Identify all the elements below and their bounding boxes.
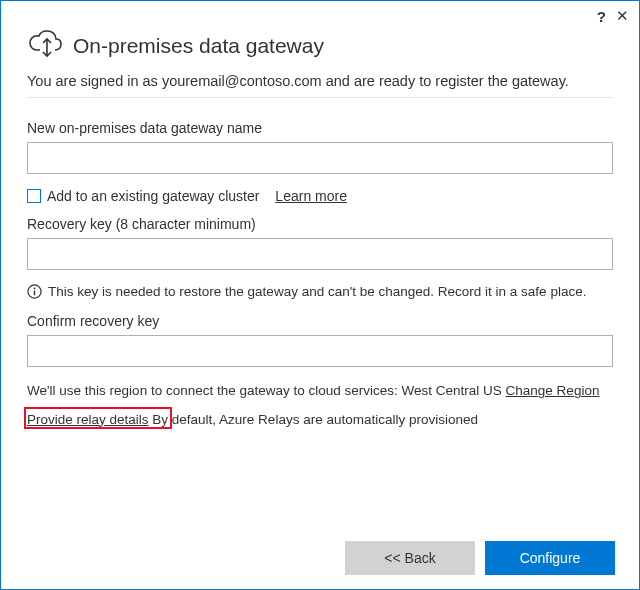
gateway-dialog: ? ✕ On-premises data gateway You are sig… — [0, 0, 640, 590]
change-region-link[interactable]: Change Region — [506, 383, 600, 398]
info-icon — [27, 284, 42, 299]
recovery-info-text: This key is needed to restore the gatewa… — [48, 284, 586, 299]
confirm-key-input[interactable] — [27, 335, 613, 367]
help-icon[interactable]: ? — [597, 8, 606, 25]
signed-in-text: You are signed in as youremail@contoso.c… — [27, 71, 613, 91]
dialog-title: On-premises data gateway — [73, 34, 324, 58]
provide-relay-link[interactable]: Provide relay details — [27, 412, 149, 427]
learn-more-link[interactable]: Learn more — [275, 188, 347, 204]
titlebar: ? ✕ — [1, 1, 639, 25]
cloud-upload-icon — [27, 29, 63, 63]
confirm-key-label: Confirm recovery key — [27, 313, 613, 329]
relay-row: Provide relay details By default, Azure … — [27, 410, 613, 430]
add-cluster-checkbox[interactable] — [27, 189, 41, 203]
region-name: West Central US — [402, 383, 502, 398]
gateway-name-input[interactable] — [27, 142, 613, 174]
region-row: We'll use this region to connect the gat… — [27, 381, 613, 401]
svg-point-2 — [34, 288, 36, 290]
recovery-key-input[interactable] — [27, 238, 613, 270]
close-icon[interactable]: ✕ — [616, 7, 629, 25]
add-cluster-label: Add to an existing gateway cluster — [47, 188, 259, 204]
gateway-name-label: New on-premises data gateway name — [27, 120, 613, 136]
region-prefix: We'll use this region to connect the gat… — [27, 383, 402, 398]
back-button[interactable]: << Back — [345, 541, 475, 575]
dialog-header: On-premises data gateway — [27, 29, 613, 63]
recovery-key-label: Recovery key (8 character minimum) — [27, 216, 613, 232]
add-cluster-row: Add to an existing gateway cluster Learn… — [27, 188, 613, 204]
relay-text: By default, Azure Relays are automatical… — [149, 412, 478, 427]
divider — [27, 97, 613, 98]
configure-button[interactable]: Configure — [485, 541, 615, 575]
content-area: On-premises data gateway You are signed … — [1, 25, 639, 589]
button-bar: << Back Configure — [345, 541, 615, 575]
recovery-info-row: This key is needed to restore the gatewa… — [27, 284, 613, 299]
